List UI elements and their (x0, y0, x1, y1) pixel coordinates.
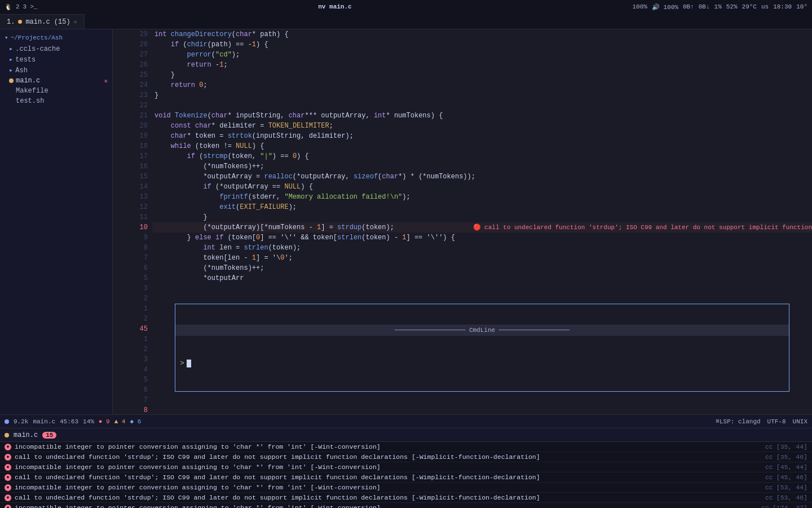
line-number: 19 (124, 131, 148, 141)
folder-icon: ▸ (9, 45, 13, 53)
sidebar-item-label: tests (15, 56, 36, 64)
code-line: } (152, 90, 812, 100)
diagnostic-location: [45, 44] (776, 463, 807, 471)
code-line: token[len - 1] = '\0'; (152, 253, 812, 263)
top-bar-right: 100% 🔊 100% 0B↑ 0B↓ 1% 52% 29°C us 18:30… (633, 3, 808, 11)
diagnostic-item[interactable]: ● incompatible integer to pointer conver… (0, 462, 812, 472)
line-number: 3 (124, 283, 148, 294)
tab-main-c[interactable]: 1. main.c (15) ✕ (0, 14, 85, 29)
code-line: int len = strlen(token); (152, 243, 812, 253)
diagnostic-item[interactable]: ● incompatible integer to pointer conver… (0, 483, 812, 493)
diagnostic-source: cc (765, 484, 773, 491)
inline-error-message: 🔴 call to undeclared function 'strdup'; … (473, 222, 813, 233)
code-container[interactable]: 2928272625242322212019181716151413121110… (113, 29, 812, 414)
status-left: 9.2k main.c 45:63 14% ● 9 ▲ 4 ◆ 6 (5, 418, 141, 425)
diagnostic-source: cc (765, 453, 773, 461)
diagnostic-text: incompatible integer to pointer conversi… (15, 443, 757, 450)
diagnostics-file-icon (5, 433, 9, 437)
diagnostic-location: [35, 46] (776, 453, 807, 461)
temperature: 29°C (742, 3, 757, 10)
line-number: 8 (124, 405, 148, 414)
line-number: 2 (124, 344, 148, 354)
editor-area: 2928272625242322212019181716151413121110… (113, 29, 812, 414)
code-line-text: return -1; (152, 60, 812, 70)
scroll-percent: 14% (83, 418, 94, 425)
sidebar-item-ash[interactable]: ▸ Ash (0, 65, 112, 76)
cmdline-container[interactable]: ─────────────────── CmdLine ────────────… (152, 283, 812, 414)
cmdline-input[interactable]: > (175, 356, 789, 371)
line-number: 15 (124, 172, 148, 182)
line-number: 2 (124, 314, 148, 324)
diagnostics-panel: main.c 15 ● incompatible integer to poin… (0, 428, 812, 508)
line-number: 21 (124, 111, 148, 121)
tab-close-button[interactable]: ✕ (74, 19, 77, 25)
code-line-text: } (152, 90, 812, 100)
status-bar: 9.2k main.c 45:63 14% ● 9 ▲ 4 ◆ 6 ⌘LSP: … (0, 414, 812, 428)
sidebar-item-makefile[interactable]: Makefile (0, 86, 112, 96)
code-line: int changeDirectory(char* path) { (152, 29, 812, 40)
top-bar-center: nv main.c (318, 3, 351, 10)
sidebar-item-label: Ash (15, 67, 28, 75)
line-ending-status: UNIX (793, 418, 807, 425)
code-line-text: int len = strlen(token); (152, 243, 812, 253)
error-icon: ● (5, 444, 11, 450)
code-line-text: } else if (token[0] == '\'' && token[str… (152, 233, 812, 243)
diagnostic-location: [53, 46] (776, 494, 807, 501)
top-bar: 🐧 2 3 >_ nv main.c 100% 🔊 100% 0B↑ 0B↓ 1… (0, 0, 812, 14)
line-number: 26 (124, 60, 148, 70)
code-line: *outputArray = realloc(*outputArray, siz… (152, 172, 812, 182)
code-line-text: if (strcmp(token, "|") == 0) { (152, 151, 812, 161)
terminal-icon: >_ (30, 3, 37, 10)
sidebar-root-label: ~/Projects/Ash (11, 34, 63, 41)
sidebar-item-label: Makefile (16, 87, 48, 95)
lsp-status: ⌘LSP: clangd (716, 418, 760, 425)
sidebar-item-ccls-cache[interactable]: ▸ .ccls-cache (0, 43, 112, 54)
code-line: return 0; (152, 80, 812, 90)
sidebar-item-tests[interactable]: ▸ tests (0, 54, 112, 65)
code-line: if (*outputArray == NULL) { (152, 182, 812, 192)
code-line: } (152, 212, 812, 222)
sidebar-root-header[interactable]: ▾ ~/Projects/Ash (0, 32, 112, 43)
mode-indicator (5, 419, 9, 424)
line-number: 28 (124, 40, 148, 50)
sidebar-item-main-c[interactable]: main.c ✕ (0, 76, 112, 86)
top-bar-left: 🐧 2 3 >_ (5, 3, 37, 11)
line-number: 25 (124, 70, 148, 80)
sidebar-item-test-sh[interactable]: test.sh (0, 96, 112, 106)
code-line: (*numTokens)++; (152, 263, 812, 273)
line-number: 17 (124, 151, 148, 161)
battery: 10° (796, 3, 807, 10)
active-file-label: nv main.c (318, 3, 351, 10)
cmdline-box-inline: ─────────────────── CmdLine ────────────… (175, 304, 789, 392)
diagnostic-item[interactable]: ● call to undeclared function 'strdup'; … (0, 493, 812, 503)
cmdline-cursor-block (187, 360, 191, 367)
diagnostic-item[interactable]: ● call to undeclared function 'strdup'; … (0, 472, 812, 483)
code-line: void Tokenize(char* inputString, char***… (152, 111, 812, 121)
code-line: *outputArr (152, 273, 812, 283)
code-line-text: void Tokenize(char* inputString, char***… (152, 111, 812, 121)
diagnostic-text: call to undeclared function 'strdup'; IS… (15, 494, 757, 501)
volume-level: 🔊 100% (652, 3, 678, 11)
code-line-text: if (chdir(path) == -1) { (152, 40, 812, 50)
line-number: 27 (124, 50, 148, 60)
diagnostic-item[interactable]: ● incompatible integer to pointer conver… (0, 503, 812, 508)
line-number: 18 (124, 141, 148, 151)
line-number: 7 (124, 253, 148, 263)
error-icon: ● (5, 464, 11, 471)
code-line-text: token[len - 1] = '\0'; (152, 253, 812, 263)
cursor-position: 45:63 (60, 418, 78, 425)
diagnostic-item[interactable]: ● call to undeclared function 'strdup'; … (0, 452, 812, 462)
code-line-text: if (*outputArray == NULL) { (152, 182, 812, 192)
diagnostic-source: cc (765, 494, 773, 501)
diagnostic-location: [35, 44] (776, 443, 807, 450)
error-icon: ● (5, 494, 11, 501)
diagnostic-item[interactable]: ● incompatible integer to pointer conver… (0, 442, 812, 452)
code-line-text: fprintf(stderr, "Memory allocation faile… (152, 192, 812, 202)
line-number: 5 (124, 273, 148, 283)
chevron-down-icon: ▾ (5, 34, 8, 41)
line-number: 13 (124, 192, 148, 202)
code-line-text: *outputArray = realloc(*outputArray, siz… (152, 172, 812, 182)
code-line-text: *outputArr (152, 273, 812, 283)
code-line: exit(EXIT_FAILURE); (152, 202, 812, 212)
code-content[interactable]: int changeDirectory(char* path) { if (ch… (152, 29, 812, 414)
